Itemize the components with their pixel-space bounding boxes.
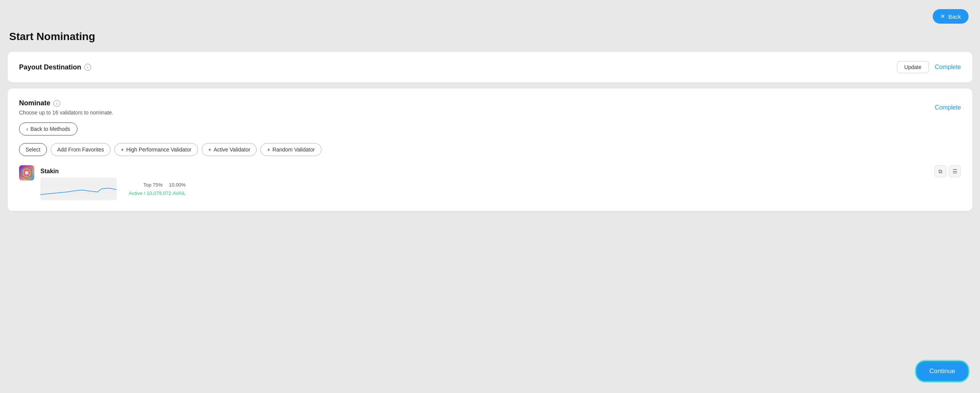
nominate-title-col: Nominate i Choose up to 16 validators to… [19,99,114,116]
validator-logo [19,165,34,180]
validator-name: Stakin [40,168,59,175]
validator-content: Stakin ⧉ ☰ [40,165,961,200]
page-title: Start Nominating [8,31,972,43]
payout-destination-complete: Complete [935,64,961,71]
continue-button[interactable]: Continue [916,361,969,382]
filter-favorites-label: Add From Favorites [57,147,104,153]
filter-favorites-button[interactable]: Add From Favorites [51,143,111,156]
validator-name-actions: Stakin ⧉ ☰ [40,165,961,177]
nominate-title: Nominate [19,99,50,107]
nominate-card: Nominate i Choose up to 16 validators to… [8,89,972,211]
nominate-title-row: Nominate i [19,99,114,107]
chevron-left-icon: ‹ [26,126,28,132]
payout-destination-title-row: Payout Destination i [19,63,91,71]
filter-high-performance-button[interactable]: + High Performance Validator [114,143,198,156]
validator-row: Stakin ⧉ ☰ [19,165,961,200]
validator-chart-svg [40,177,117,200]
validator-commission: 10.00% [169,182,186,188]
menu-button[interactable]: ☰ [949,165,961,177]
nominate-header-row: Nominate i Choose up to 16 validators to… [19,99,961,116]
back-button-label: Back [948,13,961,20]
filter-high-performance-label: High Performance Validator [126,147,191,153]
menu-icon: ☰ [953,168,958,174]
payout-destination-header: Payout Destination i Update Complete [19,61,961,73]
plus-icon-2: + [208,147,211,153]
payout-destination-update-button[interactable]: Update [897,61,929,73]
validator-top-label: Top 75% [143,182,163,188]
filter-random-validator-button[interactable]: + Random Validator [260,143,321,156]
nominate-subtitle: Choose up to 16 validators to nominate. [19,110,114,116]
validator-top-commission: Top 75% 10.00% [129,181,186,188]
plus-icon-3: + [267,147,270,153]
payout-destination-info-icon[interactable]: i [84,64,91,71]
back-to-methods-label: Back to Methods [31,126,70,132]
close-icon: ✕ [940,13,945,20]
filter-active-validator-button[interactable]: + Active Validator [202,143,257,156]
payout-destination-title: Payout Destination [19,63,81,71]
validator-logo-svg [19,166,34,180]
back-to-methods-button[interactable]: ‹ Back to Methods [19,122,77,135]
filter-select-label: Select [26,147,40,153]
back-button[interactable]: ✕ Back [933,9,969,24]
copy-button[interactable]: ⧉ [934,165,946,177]
payout-destination-actions: Update Complete [897,61,961,73]
filter-active-validator-label: Active Validator [214,147,250,153]
validator-status: Active / 10,079,072 AVAIL [129,190,186,196]
payout-destination-card: Payout Destination i Update Complete [8,52,972,82]
validator-chart [40,177,117,200]
nominate-complete: Complete [935,104,961,111]
nominate-info-icon[interactable]: i [53,100,60,107]
validator-action-buttons: ⧉ ☰ [934,165,961,177]
validator-stats-col: Top 75% 10.00% Active / 10,079,072 AVAIL [129,181,186,196]
svg-rect-6 [40,177,117,200]
filter-select-button[interactable]: Select [19,143,47,156]
chart-stats-row: Top 75% 10.00% Active / 10,079,072 AVAIL [40,177,961,200]
filter-random-validator-label: Random Validator [273,147,315,153]
filter-row: Select Add From Favorites + High Perform… [19,143,961,156]
plus-icon-1: + [121,147,124,153]
copy-icon: ⧉ [938,168,942,175]
